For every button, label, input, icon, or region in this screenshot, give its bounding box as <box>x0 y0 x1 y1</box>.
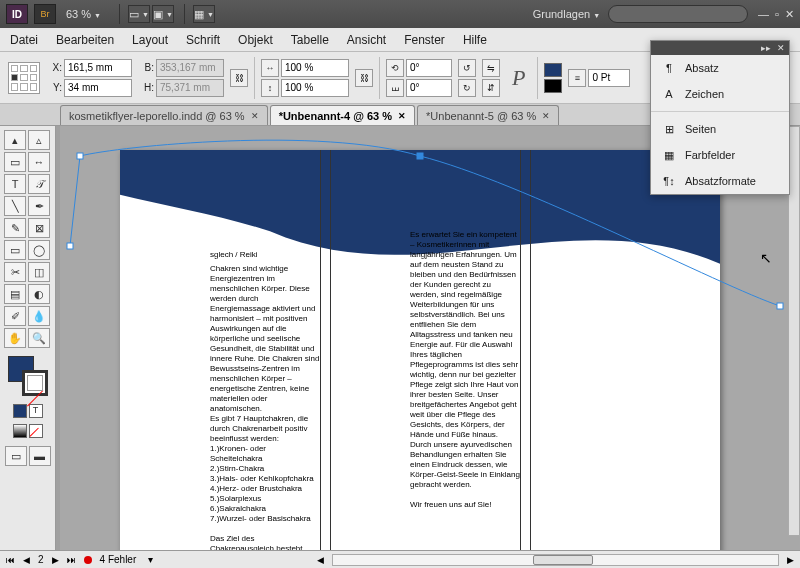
minimize-button[interactable]: — <box>758 8 769 21</box>
rotate-icon: ⟲ <box>386 59 404 77</box>
rotate-ccw-icon[interactable]: ↺ <box>458 59 476 77</box>
last-page-button[interactable]: ⏭ <box>67 555 76 565</box>
close-button[interactable]: ✕ <box>785 8 794 21</box>
panel-item-seiten[interactable]: ⊞Seiten <box>651 116 789 142</box>
screen-mode-button[interactable]: ▣ <box>152 5 174 23</box>
workspace-switcher[interactable]: Grundlagen <box>533 8 600 20</box>
rotate-cw-icon[interactable]: ↻ <box>458 79 476 97</box>
panel-item-absatz[interactable]: ¶Absatz <box>651 55 789 81</box>
menu-datei[interactable]: Datei <box>10 33 38 47</box>
paragraph-glyph-icon: P <box>506 65 531 91</box>
menu-objekt[interactable]: Objekt <box>238 33 273 47</box>
next-page-button[interactable]: ▶ <box>52 555 59 565</box>
document-tab[interactable]: *Unbenannt-5 @ 63 %✕ <box>417 105 559 125</box>
note-tool[interactable]: ✐ <box>4 306 26 326</box>
paragraph-icon: ¶ <box>661 61 677 75</box>
menu-fenster[interactable]: Fenster <box>404 33 445 47</box>
rectangle-frame-tool[interactable]: ⊠ <box>28 218 50 238</box>
direct-selection-tool[interactable]: ▵ <box>28 130 50 150</box>
current-page[interactable]: 2 <box>38 554 44 565</box>
scale-y-icon: ↕ <box>261 79 279 97</box>
apply-text-button[interactable]: T <box>29 404 43 418</box>
maximize-button[interactable]: ▫ <box>775 8 779 21</box>
apply-gradient-button[interactable] <box>13 424 27 438</box>
pen-tool[interactable]: ✒ <box>28 196 50 216</box>
reference-point-grid[interactable] <box>8 62 40 94</box>
menu-tabelle[interactable]: Tabelle <box>291 33 329 47</box>
horizontal-scrollbar[interactable] <box>332 554 779 566</box>
panel-collapse-icon[interactable]: ▸▸ <box>761 43 771 53</box>
line-tool[interactable]: ╲ <box>4 196 26 216</box>
arrange-documents-button[interactable]: ▦ <box>193 5 215 23</box>
prev-page-button[interactable]: ◀ <box>23 555 30 565</box>
constrain-proportions-icon[interactable]: ⛓ <box>230 69 248 87</box>
scale-x-input[interactable] <box>281 59 349 77</box>
stroke-weight-icon: ≡ <box>568 69 586 87</box>
type-on-path-tool[interactable]: 𝒯 <box>28 174 50 194</box>
close-tab-icon[interactable]: ✕ <box>398 111 406 121</box>
stroke-swatch[interactable] <box>544 79 562 93</box>
pencil-tool[interactable]: ✎ <box>4 218 26 238</box>
page-tool[interactable]: ▭ <box>4 152 26 172</box>
stroke-weight-input[interactable] <box>588 69 630 87</box>
menu-bearbeiten[interactable]: Bearbeiten <box>56 33 114 47</box>
menu-hilfe[interactable]: Hilfe <box>463 33 487 47</box>
rotate-input[interactable] <box>406 59 452 77</box>
panel-item-absatzformate[interactable]: ¶↕Absatzformate <box>651 168 789 194</box>
close-tab-icon[interactable]: ✕ <box>251 111 259 121</box>
ellipse-tool[interactable]: ◯ <box>28 240 50 260</box>
panel-dock[interactable]: ▸▸✕ ¶Absatz AZeichen ⊞Seiten ▦Farbfelder… <box>650 40 790 195</box>
document-tab[interactable]: kosmetikflyer-leporello.indd @ 63 %✕ <box>60 105 268 125</box>
stroke-color-swatch[interactable] <box>22 370 48 396</box>
fill-swatch[interactable] <box>544 63 562 77</box>
scissors-tool[interactable]: ✂ <box>4 262 26 282</box>
toolbox: ▴▵ ▭↔ T𝒯 ╲✒ ✎⊠ ▭◯ ✂◫ ▤◐ ✐💧 ✋🔍 T ▭ ▬ <box>0 126 56 550</box>
flip-v-icon[interactable]: ⇵ <box>482 79 500 97</box>
error-count[interactable]: 4 Fehler <box>100 554 137 565</box>
height-input[interactable] <box>156 79 224 97</box>
scroll-right-button[interactable]: ▶ <box>787 555 794 565</box>
scale-y-input[interactable] <box>281 79 349 97</box>
menu-ansicht[interactable]: Ansicht <box>347 33 386 47</box>
search-input[interactable] <box>608 5 748 23</box>
selection-tool[interactable]: ▴ <box>4 130 26 150</box>
panel-close-icon[interactable]: ✕ <box>777 43 785 53</box>
svg-rect-2 <box>777 303 783 309</box>
y-position-input[interactable] <box>64 79 132 97</box>
width-input[interactable] <box>156 59 224 77</box>
panel-item-zeichen[interactable]: AZeichen <box>651 81 789 107</box>
status-dropdown-icon[interactable]: ▾ <box>148 554 153 565</box>
swatches-icon: ▦ <box>661 148 677 162</box>
menu-layout[interactable]: Layout <box>132 33 168 47</box>
close-tab-icon[interactable]: ✕ <box>542 111 550 121</box>
constrain-scale-icon[interactable]: ⛓ <box>355 69 373 87</box>
flip-h-icon[interactable]: ⇋ <box>482 59 500 77</box>
page: sglech / Reiki Chakren sind wichtige Ene… <box>120 150 720 550</box>
document-tab[interactable]: *Unbenannt-4 @ 63 %✕ <box>270 105 415 125</box>
first-page-button[interactable]: ⏮ <box>6 555 15 565</box>
x-position-input[interactable] <box>64 59 132 77</box>
error-indicator-icon[interactable] <box>84 556 92 564</box>
zoom-level[interactable]: 63 % <box>66 8 101 20</box>
scale-x-icon: ↔ <box>261 59 279 77</box>
zoom-tool[interactable]: 🔍 <box>28 328 50 348</box>
gradient-feather-tool[interactable]: ◐ <box>28 284 50 304</box>
scroll-left-button[interactable]: ◀ <box>317 555 324 565</box>
normal-view-button[interactable]: ▭ <box>5 446 27 466</box>
shear-input[interactable] <box>406 79 452 97</box>
view-options-button[interactable]: ▭ <box>128 5 150 23</box>
preview-view-button[interactable]: ▬ <box>29 446 51 466</box>
free-transform-tool[interactable]: ◫ <box>28 262 50 282</box>
apply-color-button[interactable] <box>13 404 27 418</box>
menu-schrift[interactable]: Schrift <box>186 33 220 47</box>
gap-tool[interactable]: ↔ <box>28 152 50 172</box>
type-tool[interactable]: T <box>4 174 26 194</box>
gradient-tool[interactable]: ▤ <box>4 284 26 304</box>
rectangle-tool[interactable]: ▭ <box>4 240 26 260</box>
panel-item-farbfelder[interactable]: ▦Farbfelder <box>651 142 789 168</box>
eyedropper-tool[interactable]: 💧 <box>28 306 50 326</box>
hand-tool[interactable]: ✋ <box>4 328 26 348</box>
bridge-button[interactable]: Br <box>34 4 56 24</box>
fill-stroke-proxy[interactable] <box>8 356 48 396</box>
apply-none-button[interactable] <box>29 424 43 438</box>
